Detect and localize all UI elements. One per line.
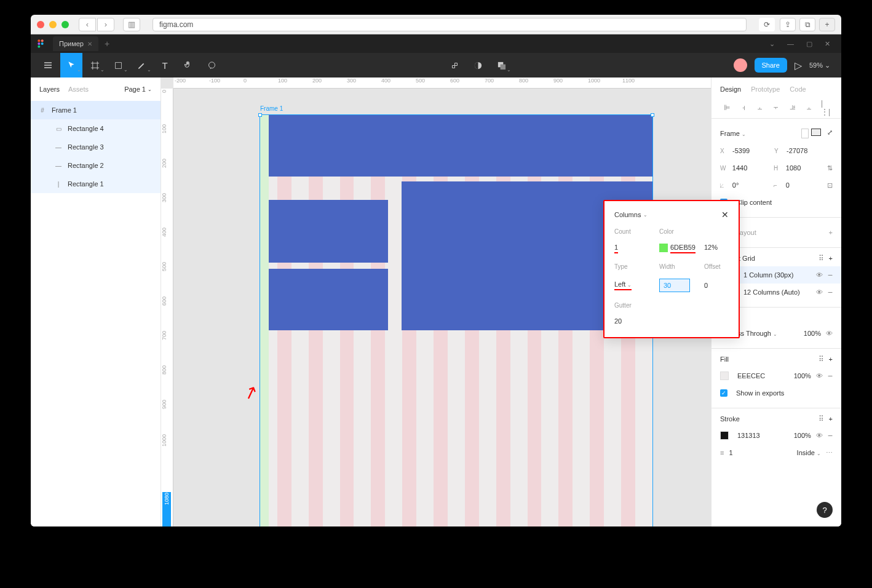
menu-button[interactable] <box>37 53 59 77</box>
resize-handle[interactable] <box>258 113 262 117</box>
show-in-exports-checkbox[interactable]: ✓ <box>720 389 727 397</box>
offset-input[interactable]: 0 <box>704 282 708 289</box>
stroke-swatch[interactable] <box>720 431 729 440</box>
orientation-portrait-icon[interactable] <box>801 129 809 138</box>
shape-tool[interactable]: ⌄ <box>107 53 129 77</box>
chevron-down-icon[interactable]: ⌄ <box>769 40 775 48</box>
boolean-icon[interactable]: ⌄ <box>490 53 512 77</box>
toggle-visibility-icon[interactable]: 👁 <box>816 288 823 296</box>
window-close-icon[interactable]: ✕ <box>825 40 830 48</box>
stroke-weight-input[interactable]: 1 <box>729 449 732 456</box>
remove-grid-button[interactable]: − <box>828 287 833 297</box>
window-maximize-icon[interactable]: ▢ <box>806 40 812 48</box>
user-avatar[interactable] <box>734 58 747 72</box>
orientation-landscape-icon[interactable] <box>811 129 821 136</box>
new-tab-button[interactable]: + <box>819 18 835 31</box>
help-button[interactable]: ? <box>817 502 833 518</box>
forward-button[interactable]: › <box>97 18 114 31</box>
file-tab[interactable]: Пример ✕ <box>53 36 98 51</box>
color-swatch[interactable] <box>659 244 668 252</box>
rectangle[interactable] <box>269 200 388 263</box>
stroke-hex-input[interactable]: 131313 <box>737 432 760 439</box>
stroke-opacity-input[interactable]: 100% <box>794 432 811 439</box>
add-stroke-button[interactable]: + <box>829 415 833 423</box>
gutter-input[interactable]: 20 <box>614 317 622 325</box>
toggle-visibility-icon[interactable]: 👁 <box>816 372 823 379</box>
close-window-icon[interactable] <box>37 21 44 28</box>
rotation-input[interactable]: 0° <box>732 181 769 189</box>
layer-item[interactable]: | Rectangle 1 <box>31 175 161 193</box>
align-bottom-icon[interactable]: ⫠ <box>805 103 814 112</box>
add-auto-layout-button[interactable]: + <box>829 229 833 236</box>
layer-item[interactable]: — Rectangle 3 <box>31 138 161 156</box>
stroke-settings-icon[interactable]: ⠿ <box>818 415 824 423</box>
mask-icon[interactable] <box>467 53 489 77</box>
grid-item-label[interactable]: 12 Columns (Auto) <box>743 288 800 296</box>
resize-to-fit-icon[interactable]: ⤢ <box>827 129 833 138</box>
zoom-level[interactable]: 59% ⌄ <box>809 62 835 70</box>
sidebar-toggle-button[interactable]: ▥ <box>123 18 140 31</box>
align-left-icon[interactable]: ⊫ <box>723 103 731 112</box>
layers-tab[interactable]: Layers <box>39 85 60 93</box>
align-center-v-icon[interactable]: ⫡ <box>788 103 797 112</box>
close-icon[interactable]: ✕ <box>721 210 729 220</box>
independent-corners-icon[interactable]: ⊡ <box>827 181 833 189</box>
maximize-window-icon[interactable] <box>61 21 69 28</box>
fill-hex-input[interactable]: EEECEC <box>737 372 765 379</box>
move-tool[interactable]: ⌄ <box>60 53 82 77</box>
toggle-visibility-icon[interactable]: 👁 <box>826 330 833 337</box>
add-tab-button[interactable]: + <box>98 39 116 49</box>
minimize-window-icon[interactable] <box>49 21 57 28</box>
layer-opacity-input[interactable]: 100% <box>804 330 821 337</box>
reload-button[interactable]: ⟳ <box>759 18 775 31</box>
fill-settings-icon[interactable]: ⠿ <box>818 355 824 364</box>
layer-item[interactable]: — Rectangle 2 <box>31 156 161 175</box>
rectangle[interactable] <box>269 115 652 177</box>
align-center-h-icon[interactable]: ⫞ <box>739 103 748 112</box>
width-input[interactable]: 1440 <box>732 164 769 172</box>
present-button[interactable]: ▷ <box>795 60 802 71</box>
add-fill-button[interactable]: + <box>829 356 833 363</box>
popup-title[interactable]: Columns <box>614 211 641 218</box>
components-icon[interactable] <box>443 53 466 77</box>
fill-swatch[interactable] <box>720 371 729 380</box>
tabs-icon[interactable]: ⧉ <box>799 18 815 31</box>
prototype-tab[interactable]: Prototype <box>751 85 780 93</box>
hand-tool[interactable] <box>177 53 199 77</box>
share-icon[interactable]: ⇪ <box>780 18 796 31</box>
url-bar[interactable]: figma.com <box>153 18 747 31</box>
back-button[interactable]: ‹ <box>79 18 96 31</box>
chevron-down-icon[interactable]: ⌄ <box>643 212 648 218</box>
remove-grid-button[interactable]: − <box>828 270 833 280</box>
count-input[interactable]: 1 <box>614 244 618 253</box>
color-hex-input[interactable]: 6DEB59 <box>670 244 696 253</box>
share-button[interactable]: Share <box>755 58 787 73</box>
remove-fill-button[interactable]: − <box>828 371 833 381</box>
align-top-icon[interactable]: ⫟ <box>772 103 780 112</box>
design-tab[interactable]: Design <box>720 85 741 93</box>
resize-handle[interactable] <box>651 113 654 117</box>
comment-tool[interactable] <box>200 53 223 77</box>
stroke-align-select[interactable]: Inside ⌄ <box>797 449 821 456</box>
frame-1[interactable]: Frame 1 1440 × 1080 <box>260 114 653 526</box>
link-dimensions-icon[interactable]: ⇅ <box>827 164 833 172</box>
height-input[interactable]: 1080 <box>786 164 822 172</box>
frame-label[interactable]: Frame 1 <box>260 105 283 112</box>
window-minimize-icon[interactable]: — <box>787 40 794 48</box>
grid-item-label[interactable]: 1 Column (30px) <box>743 271 793 279</box>
align-right-icon[interactable]: ⫠ <box>756 103 764 112</box>
layer-item[interactable]: ▭ Rectangle 4 <box>31 119 161 138</box>
add-layout-grid-button[interactable]: + <box>829 255 833 262</box>
width-field[interactable] <box>659 279 690 292</box>
text-tool[interactable]: T <box>154 53 176 77</box>
toggle-visibility-icon[interactable]: 👁 <box>816 432 823 439</box>
close-tab-icon[interactable]: ✕ <box>87 41 92 47</box>
assets-tab[interactable]: Assets <box>68 85 89 93</box>
figma-logo-icon[interactable] <box>36 39 46 49</box>
rectangle[interactable] <box>269 269 388 330</box>
layer-frame[interactable]: # Frame 1 <box>31 101 161 119</box>
stroke-advanced-icon[interactable]: ⋯ <box>826 449 833 457</box>
type-select[interactable]: Left ⌄ <box>614 280 632 290</box>
fill-opacity-input[interactable]: 100% <box>794 372 811 379</box>
page-selector[interactable]: Page 1 ⌄ <box>124 85 152 93</box>
